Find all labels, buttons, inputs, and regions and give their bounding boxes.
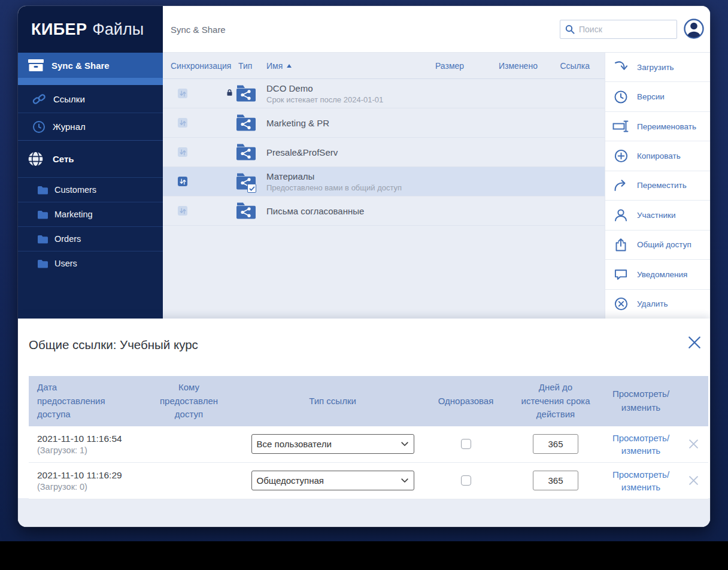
file-subtitle: Срок истекает после 2024-01-01 [266,95,383,104]
clock-icon [32,120,46,134]
notifications-button[interactable]: Уведомления [605,259,710,289]
sidebar-item-journal[interactable]: Журнал [18,113,163,140]
sync-toggle-icon[interactable] [178,147,187,157]
file-row-pisma-soglasovannye[interactable]: Письма согласованные [163,196,605,226]
file-name: DCO Demo [266,83,383,93]
background-bottom [0,541,728,570]
one-time-checkbox[interactable] [461,439,471,449]
sidebar-item-marketing[interactable]: Marketing [18,202,163,226]
link-row-date: 2021-11-10 11:16:29 (Загрузок: 0) [29,463,136,499]
file-row-materialy[interactable]: Материалы Предоставлено вами в общий дос… [163,167,605,196]
members-button[interactable]: Участники [605,200,710,229]
links-column-onetime: Одноразовая [424,376,508,426]
file-list-header: Синхронизация Тип Имя Размер Изменено Сс… [163,53,605,79]
move-button[interactable]: Переместить [605,171,710,200]
search-input[interactable] [579,25,672,34]
sidebar-item-users[interactable]: Users [18,251,163,275]
share-button[interactable]: Общий доступ [605,230,710,259]
active-item-strip [18,78,163,85]
actions-panel: Загрузить Версии Переименовать Копироват… [605,53,710,319]
remove-link-icon[interactable] [688,475,699,486]
file-list: Синхронизация Тип Имя Размер Изменено Сс… [163,53,605,319]
link-row-action: Просмотреть/изменить [603,426,678,463]
days-input[interactable] [533,434,578,454]
link-row-onetime [424,426,508,463]
page-title: Sync & Share [171,24,226,34]
screenshot-stage: КИБЕР Файлы Sync & Share [0,0,728,570]
app-logo: КИБЕР Файлы [18,6,163,53]
link-type-select[interactable]: Все пользователи [251,434,414,454]
download-button[interactable]: Загрузить [605,53,710,81]
rename-icon [612,117,630,135]
copy-icon [612,147,630,165]
sidebar-item-label: Ссылки [53,94,85,104]
sidebar-section-network[interactable]: Сеть [18,140,163,177]
link-row-type: Общедоступная [241,463,424,499]
sidebar-item-customers[interactable]: Customers [18,177,163,202]
delete-icon [612,295,630,313]
sidebar-item-label: Sync & Share [51,60,110,71]
sync-toggle-icon[interactable] [178,118,187,128]
sidebar-item-sync-share[interactable]: Sync & Share [18,53,163,78]
link-type-select[interactable]: Общедоступная [251,471,414,490]
user-avatar[interactable] [683,18,705,40]
sidebar-item-label: Users [54,259,77,268]
column-header-type[interactable]: Тип [238,61,252,71]
move-icon [612,177,630,195]
lock-icon [226,88,233,99]
link-row-remove [678,426,708,463]
shared-folder-icon [236,144,256,161]
sidebar: Sync & Share Ссылки Журнал Сеть [18,53,163,319]
search-icon [565,25,575,34]
versions-button[interactable]: Версии [605,81,710,111]
file-name: Материалы [266,171,402,181]
sync-toggle-icon[interactable] [178,206,187,216]
close-icon[interactable] [687,335,702,350]
column-header-sync[interactable]: Синхронизация [171,61,231,71]
file-row-dco-demo[interactable]: DCO Demo Срок истекает после 2024-01-01 [163,79,605,108]
file-name: Письма согласованные [266,206,364,216]
remove-link-icon[interactable] [688,439,699,449]
link-row-type: Все пользователи [241,426,424,463]
sidebar-section-label: Сеть [53,154,74,164]
column-header-name[interactable]: Имя [266,61,292,71]
view-edit-link[interactable]: Просмотреть/изменить [605,432,677,457]
topbar: Sync & Share [163,6,710,53]
file-name: Presale&ProfServ [266,147,338,157]
days-input[interactable] [533,471,578,490]
shared-links-modal: Общие ссылки: Учебный курс Дата предоста… [18,319,710,527]
copy-button[interactable]: Копировать [605,141,710,170]
notifications-icon [612,265,630,283]
column-header-size[interactable]: Размер [435,61,464,71]
folder-icon [37,235,48,244]
file-row-presale-profserv[interactable]: Presale&ProfServ [163,138,605,167]
link-row-action: Просмотреть/изменить [603,463,678,499]
sort-asc-icon [287,64,292,68]
folder-icon [37,210,48,219]
one-time-checkbox[interactable] [461,475,471,486]
sidebar-item-label: Customers [54,185,96,195]
links-column-recipient: Кому предоставлен доступ [136,376,241,426]
folder-icon [37,186,48,195]
file-row-marketing-pr[interactable]: Marketing & PR [163,108,605,138]
rename-button[interactable]: Переименовать [605,111,710,141]
sidebar-item-label: Marketing [54,210,93,219]
view-edit-link[interactable]: Просмотреть/изменить [605,468,677,493]
sidebar-item-orders[interactable]: Orders [18,226,163,251]
delete-button[interactable]: Удалить [605,289,710,319]
column-header-modified[interactable]: Изменено [499,61,538,71]
selected-checkmark-icon[interactable] [247,184,256,193]
logo-brand-light: Файлы [92,20,144,39]
share-icon [612,236,630,254]
column-header-link[interactable]: Ссылка [560,61,590,71]
search-box[interactable] [560,20,677,39]
file-name: Marketing & PR [266,118,329,128]
link-row-recipient [136,463,241,499]
sync-toggle-icon[interactable] [178,89,187,98]
sync-toggle-icon[interactable] [178,177,187,186]
links-column-type: Тип ссылки [241,376,424,426]
sidebar-item-label: Журнал [53,122,86,132]
download-count: (Загрузок: 0) [37,482,87,492]
globe-icon [27,150,44,168]
sidebar-item-links[interactable]: Ссылки [18,85,163,113]
